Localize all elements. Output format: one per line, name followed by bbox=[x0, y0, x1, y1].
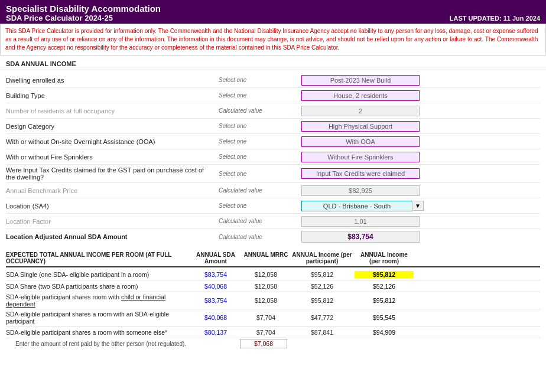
table-row: SDA Single (one SDA- eligible participan… bbox=[6, 269, 540, 280]
row3-income-pr: $95,545 bbox=[355, 314, 414, 321]
select-tax[interactable] bbox=[301, 168, 420, 179]
control-residents bbox=[301, 106, 540, 116]
mid-adjusted: Calculated value bbox=[219, 234, 301, 240]
mid-dwelling: Select one bbox=[219, 77, 301, 83]
mid-location: Select one bbox=[219, 202, 301, 209]
form-row-residents: Number of residents at full occupancy Ca… bbox=[6, 103, 540, 119]
label-location-factor: Location Factor bbox=[6, 218, 219, 225]
row2-income-pp: $95,812 bbox=[290, 297, 355, 304]
control-ooa bbox=[301, 136, 540, 147]
row4-desc: SDA-eligible participant shares a room w… bbox=[6, 329, 189, 336]
select-building[interactable] bbox=[301, 90, 420, 101]
header: Specialist Disability Accommodation SDA … bbox=[0, 0, 546, 24]
row2-annual-sda: $83,754 bbox=[189, 297, 242, 304]
control-building bbox=[301, 90, 540, 101]
control-design bbox=[301, 121, 540, 132]
disclaimer-text: This SDA Price Calculator is provided fo… bbox=[0, 24, 546, 55]
sub-row-rent: Enter the amount of rent paid by the oth… bbox=[6, 338, 540, 349]
value-location-factor bbox=[301, 216, 420, 227]
row1-annual-sda: $40,068 bbox=[189, 283, 242, 290]
row3-mrrc: $7,704 bbox=[242, 314, 290, 321]
row4-income-pp: $87,841 bbox=[290, 329, 355, 336]
label-ooa: With or without On-site Overnight Assist… bbox=[6, 138, 219, 145]
col-header-mrrc: ANNUAL MRRC bbox=[242, 251, 290, 264]
table-row: SDA-eligible participant shares a room w… bbox=[6, 326, 540, 338]
mid-building: Select one bbox=[219, 92, 301, 99]
form-row-design: Design Category Select one bbox=[6, 119, 540, 134]
value-adjusted bbox=[301, 231, 420, 243]
col-header-income-pp: ANNUAL Income (per participant) bbox=[290, 251, 355, 264]
section-title: SDA ANNUAL INCOME bbox=[0, 55, 546, 70]
label-adjusted: Location Adjusted Annual SDA Amount bbox=[6, 233, 219, 240]
form-row-tax: Were Input Tax Credits claimed for the G… bbox=[6, 165, 540, 183]
row0-income-pp: $95,812 bbox=[290, 271, 355, 278]
label-building: Building Type bbox=[6, 92, 219, 99]
mid-location-factor: Calculated value bbox=[219, 218, 301, 224]
app-title: Specialist Disability Accommodation bbox=[6, 4, 540, 14]
table-header: EXPECTED TOTAL ANNUAL INCOME PER ROOM (A… bbox=[6, 251, 540, 267]
row4-annual-sda: $80,137 bbox=[189, 329, 242, 336]
form-row-dwelling: Dwelling enrolled as Select one bbox=[6, 73, 540, 88]
table-row: SDA Share (two SDA participants share a … bbox=[6, 280, 540, 292]
subtitle: SDA Price Calculator 2024-25 bbox=[6, 14, 113, 22]
form-row-building: Building Type Select one bbox=[6, 88, 540, 103]
control-adjusted bbox=[301, 231, 540, 243]
mid-residents: Calculated value bbox=[219, 107, 301, 114]
row2-mrrc: $12,058 bbox=[242, 297, 290, 304]
select-ooa[interactable] bbox=[301, 136, 420, 147]
control-location: ▼ bbox=[301, 201, 540, 211]
control-sprinklers bbox=[301, 152, 540, 162]
table-row: SDA-eligible participant shares a room w… bbox=[6, 309, 540, 326]
mid-ooa: Select one bbox=[219, 138, 301, 145]
row0-annual-sda: $83,754 bbox=[189, 271, 242, 278]
form-row-benchmark: Annual Benchmark Price Calculated value bbox=[6, 183, 540, 198]
table-row: SDA-eligible participant shares room wit… bbox=[6, 292, 540, 309]
location-dropdown-wrapper: ▼ bbox=[301, 201, 424, 211]
col-header-annual-sda: ANNUAL SDA Amount bbox=[189, 251, 242, 264]
value-residents bbox=[301, 106, 420, 116]
row3-income-pp: $47,772 bbox=[290, 314, 355, 321]
label-sprinklers: With or without Fire Sprinklers bbox=[6, 153, 219, 161]
mid-tax: Select one bbox=[219, 171, 301, 177]
label-benchmark: Annual Benchmark Price bbox=[6, 187, 219, 194]
value-benchmark bbox=[301, 185, 420, 196]
row3-desc: SDA-eligible participant shares a room w… bbox=[6, 311, 189, 325]
sub-row-input-rent[interactable] bbox=[240, 339, 287, 348]
select-design[interactable] bbox=[301, 121, 420, 132]
select-location[interactable] bbox=[301, 201, 412, 211]
row2-income-pr: $95,812 bbox=[355, 297, 414, 304]
row1-mrrc: $12,058 bbox=[242, 283, 290, 290]
row4-income-pr: $94,909 bbox=[355, 329, 414, 336]
control-tax bbox=[301, 168, 540, 179]
chevron-down-icon[interactable]: ▼ bbox=[412, 201, 424, 211]
mid-sprinklers: Select one bbox=[219, 153, 301, 160]
form-row-ooa: With or without On-site Overnight Assist… bbox=[6, 134, 540, 149]
row1-income-pr: $52,126 bbox=[355, 283, 414, 290]
last-updated: LAST UPDATED: 11 Jun 2024 bbox=[450, 15, 540, 22]
label-tax: Were Input Tax Credits claimed for the G… bbox=[6, 166, 219, 181]
select-dwelling[interactable] bbox=[301, 75, 420, 86]
label-residents: Number of residents at full occupancy bbox=[6, 107, 219, 115]
col-header-income-pr: ANNUAL Income (per room) bbox=[355, 251, 414, 264]
row2-desc: SDA-eligible participant shares room wit… bbox=[6, 293, 189, 308]
control-dwelling bbox=[301, 75, 540, 86]
row1-desc: SDA Share (two SDA participants share a … bbox=[6, 283, 189, 290]
label-location: Location (SA4) bbox=[6, 202, 219, 210]
form-row-location-factor: Location Factor Calculated value bbox=[6, 214, 540, 229]
mid-design: Select one bbox=[219, 123, 301, 129]
row0-income-pr: $95,812 bbox=[355, 271, 414, 278]
label-design: Design Category bbox=[6, 123, 219, 130]
select-sprinklers[interactable] bbox=[301, 152, 420, 162]
income-table-section: EXPECTED TOTAL ANNUAL INCOME PER ROOM (A… bbox=[0, 247, 546, 351]
control-location-factor bbox=[301, 216, 540, 227]
control-benchmark bbox=[301, 185, 540, 196]
mid-benchmark: Calculated value bbox=[219, 187, 301, 194]
form-area: Dwelling enrolled as Select one Building… bbox=[0, 70, 546, 247]
row3-annual-sda: $40,068 bbox=[189, 314, 242, 321]
row0-mrrc: $12,058 bbox=[242, 271, 290, 278]
form-row-location: Location (SA4) Select one ▼ bbox=[6, 198, 540, 214]
form-row-sprinklers: With or without Fire Sprinklers Select o… bbox=[6, 149, 540, 165]
row4-mrrc: $7,704 bbox=[242, 329, 290, 336]
label-dwelling: Dwelling enrolled as bbox=[6, 77, 219, 84]
row0-desc: SDA Single (one SDA- eligible participan… bbox=[6, 271, 189, 278]
